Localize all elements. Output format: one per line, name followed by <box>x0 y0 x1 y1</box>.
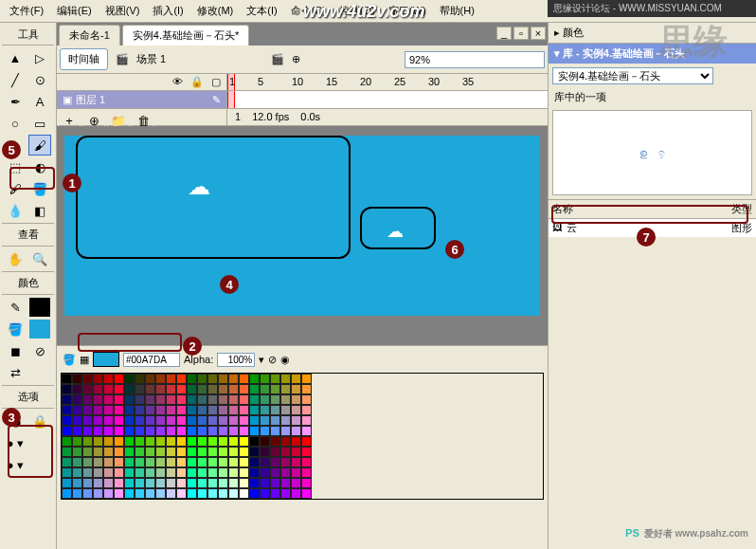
palette-cell[interactable] <box>239 436 249 447</box>
palette-cell[interactable] <box>82 426 93 436</box>
palette-cell[interactable] <box>249 488 260 499</box>
palette-cell[interactable] <box>93 436 103 447</box>
palette-cell[interactable] <box>228 426 239 436</box>
palette-cell[interactable] <box>135 384 145 394</box>
palette-cell[interactable] <box>114 457 124 467</box>
palette-cell[interactable] <box>239 488 249 499</box>
palette-cell[interactable] <box>103 394 114 405</box>
palette-cell[interactable] <box>72 478 82 488</box>
palette-cell[interactable] <box>197 415 207 426</box>
palette-cell[interactable] <box>114 394 124 405</box>
palette-cell[interactable] <box>103 467 114 478</box>
zoom-input[interactable] <box>405 51 545 68</box>
palette-cell[interactable] <box>176 405 187 415</box>
palette-cell[interactable] <box>207 426 218 436</box>
palette-cell[interactable] <box>135 457 145 467</box>
palette-cell[interactable] <box>124 478 135 488</box>
palette-cell[interactable] <box>239 384 249 394</box>
palette-cell[interactable] <box>249 394 260 405</box>
palette-cell[interactable] <box>155 394 166 405</box>
layer-frames[interactable] <box>227 91 548 108</box>
palette-cell[interactable] <box>228 394 239 405</box>
oval-tool[interactable]: ○ <box>4 113 27 134</box>
palette-cell[interactable] <box>145 436 155 447</box>
palette-cell[interactable] <box>176 478 187 488</box>
alpha-input[interactable] <box>217 353 255 367</box>
palette-cell[interactable] <box>270 384 280 394</box>
palette-cell[interactable] <box>93 457 103 467</box>
palette-cell[interactable] <box>280 426 291 436</box>
palette-cell[interactable] <box>291 447 301 457</box>
palette-cell[interactable] <box>114 374 124 384</box>
palette-cell[interactable] <box>301 415 312 426</box>
palette-cell[interactable] <box>145 447 155 457</box>
palette-cell[interactable] <box>280 415 291 426</box>
alpha-dropdown[interactable]: ▾ <box>259 354 264 366</box>
tab-2[interactable]: 实例4.基础绘画－石头* <box>122 25 249 46</box>
palette-cell[interactable] <box>82 488 93 499</box>
palette-cell[interactable] <box>260 374 270 384</box>
palette-cell[interactable] <box>301 488 312 499</box>
palette-cell[interactable] <box>145 478 155 488</box>
palette-cell[interactable] <box>291 478 301 488</box>
palette-cell[interactable] <box>270 488 280 499</box>
palette-cell[interactable] <box>82 467 93 478</box>
palette-cell[interactable] <box>124 405 135 415</box>
subselect-tool[interactable]: ▷ <box>28 47 51 68</box>
palette-cell[interactable] <box>114 436 124 447</box>
zoom-tool[interactable]: 🔍 <box>28 248 51 269</box>
palette-cell[interactable] <box>207 394 218 405</box>
no-color-icon[interactable]: ⊘ <box>268 354 277 366</box>
palette-cell[interactable] <box>62 467 72 478</box>
palette-cell[interactable] <box>124 426 135 436</box>
palette-cell[interactable] <box>114 405 124 415</box>
palette-cell[interactable] <box>114 426 124 436</box>
palette-cell[interactable] <box>82 384 93 394</box>
palette-cell[interactable] <box>239 457 249 467</box>
close-button[interactable]: × <box>531 27 546 40</box>
palette-cell[interactable] <box>228 488 239 499</box>
tab-1[interactable]: 未命名-1 <box>59 25 120 46</box>
palette-cell[interactable] <box>260 384 270 394</box>
palette-cell[interactable] <box>145 374 155 384</box>
palette-cell[interactable] <box>103 478 114 488</box>
palette-cell[interactable] <box>103 426 114 436</box>
palette-cell[interactable] <box>291 394 301 405</box>
palette-cell[interactable] <box>239 394 249 405</box>
palette-cell[interactable] <box>124 467 135 478</box>
palette-cell[interactable] <box>218 488 228 499</box>
palette-cell[interactable] <box>218 478 228 488</box>
palette-cell[interactable] <box>103 457 114 467</box>
palette-cell[interactable] <box>207 478 218 488</box>
stroke-swatch[interactable] <box>28 297 51 318</box>
palette-cell[interactable] <box>207 405 218 415</box>
palette-cell[interactable] <box>62 488 72 499</box>
palette-cell[interactable] <box>145 384 155 394</box>
palette-cell[interactable] <box>124 457 135 467</box>
palette-cell[interactable] <box>260 405 270 415</box>
palette-cell[interactable] <box>145 415 155 426</box>
palette-cell[interactable] <box>62 478 72 488</box>
palette-cell[interactable] <box>249 426 260 436</box>
palette-cell[interactable] <box>218 447 228 457</box>
palette-cell[interactable] <box>239 447 249 457</box>
palette-cell[interactable] <box>228 374 239 384</box>
palette-cell[interactable] <box>218 457 228 467</box>
palette-cell[interactable] <box>260 415 270 426</box>
palette-cell[interactable] <box>114 467 124 478</box>
palette-cell[interactable] <box>72 426 82 436</box>
palette-cell[interactable] <box>197 436 207 447</box>
palette-cell[interactable] <box>93 467 103 478</box>
palette-cell[interactable] <box>155 478 166 488</box>
menu-help[interactable]: 帮助(H) <box>434 2 480 20</box>
menu-modify[interactable]: 修改(M) <box>191 2 240 20</box>
layer-1[interactable]: ▣ 图层 1 ✎ <box>57 91 227 108</box>
palette-cell[interactable] <box>218 415 228 426</box>
palette-cell[interactable] <box>187 488 197 499</box>
palette-cell[interactable] <box>249 447 260 457</box>
palette-cell[interactable] <box>62 374 72 384</box>
palette-cell[interactable] <box>301 457 312 467</box>
palette-cell[interactable] <box>197 478 207 488</box>
palette-cell[interactable] <box>135 394 145 405</box>
palette-cell[interactable] <box>218 384 228 394</box>
